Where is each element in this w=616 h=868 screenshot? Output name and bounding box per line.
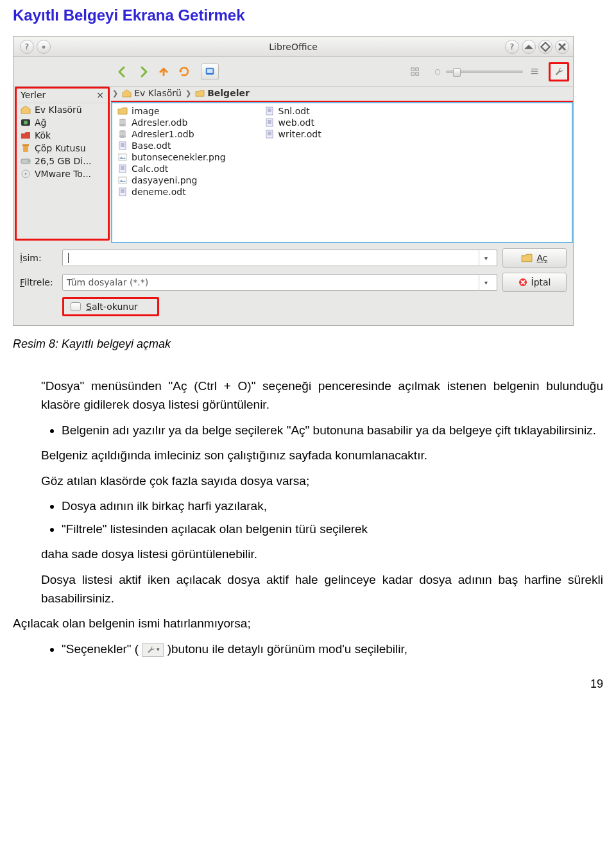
chevron-right-icon: ❯ <box>185 89 191 98</box>
svg-rect-8 <box>23 146 28 152</box>
file-item[interactable]: image <box>117 106 226 116</box>
svg-rect-5 <box>416 72 418 74</box>
forward-button[interactable] <box>134 64 152 80</box>
place-home[interactable]: Ev Klasörü <box>17 103 108 116</box>
name-input[interactable]: ▾ <box>62 250 497 266</box>
chevron-down-icon[interactable]: ▾ <box>479 250 493 266</box>
minimize-button[interactable] <box>522 40 536 54</box>
svg-rect-27 <box>266 130 273 138</box>
icons-view-button[interactable] <box>409 65 422 78</box>
open-file-dialog: ? ● LibreOffice ? <box>13 36 574 326</box>
window-title: LibreOffice <box>269 42 318 52</box>
home-icon <box>21 105 31 114</box>
titlebar: ? ● LibreOffice ? <box>13 37 573 57</box>
bullet-list: Dosya adının ilk birkaç harfi yazılarak,… <box>13 497 603 538</box>
svg-point-11 <box>28 160 29 162</box>
chevron-down-icon[interactable]: ▾ <box>479 274 493 291</box>
up-button[interactable] <box>155 64 173 80</box>
file-item[interactable]: Base.odt <box>117 140 226 151</box>
close-button[interactable] <box>555 40 569 54</box>
svg-rect-4 <box>411 72 414 74</box>
db-icon <box>117 118 128 127</box>
doc-icon <box>264 118 275 127</box>
file-item[interactable]: Snl.odt <box>264 106 321 116</box>
place-network[interactable]: Ağ <box>17 116 108 129</box>
bullet-list: Belgenin adı yazılır ya da belge seçiler… <box>13 421 603 439</box>
image-icon <box>117 153 128 162</box>
place-root[interactable]: Kök <box>17 129 108 142</box>
breadcrumb[interactable]: ❯ Ev Klasörü ❯ Belgeler <box>111 87 573 102</box>
file-item[interactable]: web.odt <box>264 117 321 128</box>
network-icon <box>21 118 31 127</box>
svg-point-16 <box>119 124 126 126</box>
reload-button[interactable] <box>175 64 193 80</box>
figure-caption: Resim 8: Kayıtlı belgeyi açmak <box>13 337 603 351</box>
list-item: Belgenin adı yazılır ya da belge seçiler… <box>62 421 603 439</box>
list-item: Dosya adının ilk birkaç harfi yazılarak, <box>62 497 603 515</box>
file-item[interactable]: Calc.odt <box>117 164 226 174</box>
svg-rect-26 <box>266 119 273 126</box>
help-button[interactable]: ? <box>20 40 34 54</box>
doc-icon <box>117 164 128 173</box>
svg-point-19 <box>119 135 126 138</box>
file-item[interactable]: dasyayeni.png <box>117 175 226 185</box>
menu-button[interactable]: ● <box>37 40 51 54</box>
paragraph: daha sade dosya listesi görüntülenebilir… <box>13 545 603 563</box>
places-panel: Yerler × Ev Klasörü Ağ Kök Çöp Kut <box>15 87 110 241</box>
places-close-icon[interactable]: × <box>96 90 104 100</box>
paragraph: Dosya listesi aktif iken açılacak dosya … <box>13 570 603 608</box>
root-icon <box>21 131 31 140</box>
svg-rect-10 <box>21 159 30 164</box>
doc-icon <box>117 141 128 150</box>
bottom-form: İsim: ▾ Aç Filtrele: Tüm dosyalar (*.*) … <box>13 243 573 325</box>
file-item[interactable]: writer.odt <box>264 129 321 139</box>
file-panel: ❯ Ev Klasörü ❯ Belgeler image Adresler.o… <box>111 87 573 243</box>
page-heading: Kayıtlı Belgeyi Ekrana Getirmek <box>13 6 603 24</box>
options-button[interactable] <box>549 62 569 81</box>
place-disk[interactable]: 26,5 GB Di... <box>17 155 108 167</box>
file-item[interactable]: Adresler.odb <box>117 117 226 128</box>
svg-rect-2 <box>411 67 414 70</box>
maximize-button[interactable] <box>538 40 552 54</box>
back-button[interactable] <box>114 64 132 80</box>
nav-toolbar: ○ <box>13 57 573 87</box>
open-button[interactable]: Aç <box>502 248 567 268</box>
folder-icon <box>117 106 128 115</box>
svg-rect-1 <box>207 69 213 72</box>
wrench-icon: ▾ <box>142 643 164 657</box>
name-label: İsim: <box>20 253 57 263</box>
paragraph: Göz atılan klasörde çok fazla sayıda dos… <box>13 472 603 490</box>
file-item[interactable]: Adresler1.odb <box>117 129 226 139</box>
paragraph: Belgeniz açıldığında imleciniz son çalış… <box>13 446 603 464</box>
server-button[interactable] <box>201 64 219 80</box>
places-title: Yerler <box>21 90 46 100</box>
list-item: "Seçenekler" ( ▾ )butonu ile detaylı gör… <box>62 640 603 658</box>
breadcrumb-home[interactable]: Ev Klasörü <box>122 88 182 98</box>
svg-rect-3 <box>416 67 418 70</box>
paragraph: Açılacak olan belgenin ismi hatırlanmıyo… <box>13 614 603 633</box>
help2-button[interactable]: ? <box>505 40 519 54</box>
svg-rect-21 <box>119 154 126 160</box>
trash-icon <box>21 144 31 153</box>
svg-rect-24 <box>119 188 126 196</box>
list-view-button[interactable] <box>528 65 541 78</box>
places-header: Yerler × <box>17 89 108 103</box>
filter-select[interactable]: Tüm dosyalar (*.*) ▾ <box>62 274 497 291</box>
list-item: "Filtrele" listesinden açılacak olan bel… <box>62 520 603 538</box>
doc-icon <box>264 130 275 139</box>
place-trash[interactable]: Çöp Kutusu <box>17 142 108 155</box>
cancel-button[interactable]: İptal <box>502 273 567 292</box>
db-icon <box>117 130 128 139</box>
svg-rect-9 <box>22 144 29 146</box>
zoom-slider[interactable]: ○ <box>434 67 523 76</box>
chevron-right-icon: ❯ <box>112 89 118 98</box>
file-item[interactable]: butonsecenekler.png <box>117 152 226 162</box>
image-icon <box>117 176 128 185</box>
disk-icon <box>21 157 31 166</box>
file-item[interactable]: deneme.odt <box>117 187 226 197</box>
readonly-checkbox[interactable]: Salt-okunur <box>62 297 159 316</box>
breadcrumb-current[interactable]: Belgeler <box>195 88 250 98</box>
file-list[interactable]: image Adresler.odb Adresler1.odb Base.od… <box>111 102 573 243</box>
page-number: 19 <box>13 677 603 691</box>
place-cd[interactable]: VMware To... <box>17 167 108 180</box>
